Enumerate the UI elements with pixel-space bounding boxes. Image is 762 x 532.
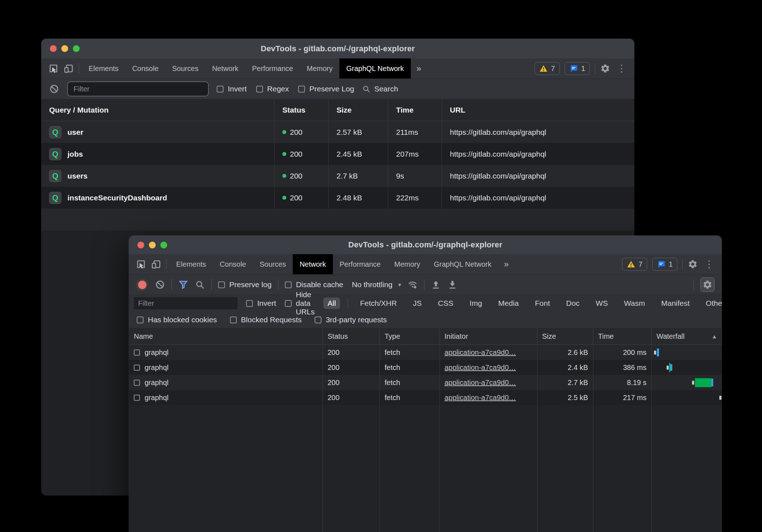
device-toolbar-icon[interactable] (64, 63, 74, 73)
preserve-log-checkbox[interactable]: Preserve Log (298, 85, 354, 93)
clear-icon[interactable] (155, 280, 165, 290)
close-button[interactable] (137, 242, 144, 248)
has-blocked-cookies-checkbox[interactable]: Has blocked cookies (137, 315, 217, 324)
issues-badge[interactable]: 1 (652, 258, 677, 271)
type-filter-fetch-xhr[interactable]: Fetch/XHR (356, 298, 401, 309)
settings-gear-icon[interactable] (600, 63, 610, 73)
graphql-row-jobs[interactable]: Qjobs2002.45 kB207mshttps://gitlab.com/a… (41, 143, 634, 165)
type-filter-manifest[interactable]: Manifest (657, 298, 694, 309)
checkbox[interactable] (137, 317, 144, 323)
export-har-icon[interactable] (447, 280, 457, 290)
more-tabs-icon[interactable]: » (411, 58, 427, 79)
disable-cache-checkbox[interactable]: Disable cache (285, 280, 343, 289)
3rd-party-requests-checkbox[interactable]: 3rd-party requests (315, 315, 387, 324)
import-har-icon[interactable] (431, 280, 441, 290)
graphql-row-users[interactable]: Qusers2002.7 kB9shttps://gitlab.com/api/… (41, 165, 634, 187)
network-request-row[interactable]: graphql200fetchapplication-a7ca9d0…2.7 k… (129, 375, 722, 390)
initiator-link[interactable]: application-a7ca9d0… (445, 364, 516, 372)
type-filter-js[interactable]: JS (409, 298, 426, 309)
type-filter-img[interactable]: Img (465, 298, 486, 309)
inspect-icon[interactable] (136, 259, 146, 269)
type-filter-wasm[interactable]: Wasm (620, 298, 649, 309)
initiator-link[interactable]: application-a7ca9d0… (445, 379, 516, 387)
checkbox[interactable] (218, 281, 225, 288)
type-filter-media[interactable]: Media (494, 298, 523, 309)
column-header-status[interactable]: Status (323, 328, 380, 345)
invert-checkbox[interactable]: Invert (246, 299, 276, 308)
column-header-time[interactable]: Time (388, 99, 442, 121)
network-settings-gear-icon[interactable] (700, 277, 715, 292)
tab-elements[interactable]: Elements (82, 58, 125, 79)
type-filter-css[interactable]: CSS (434, 298, 458, 309)
filter-input[interactable] (134, 297, 237, 309)
graphql-row-instanceSecurityDashboard[interactable]: QinstanceSecurityDashboard2002.48 kB222m… (41, 187, 634, 209)
column-header-initiator[interactable]: Initiator (440, 328, 537, 345)
filter-funnel-icon[interactable] (178, 280, 188, 290)
checkbox[interactable] (285, 300, 292, 307)
inspect-icon[interactable] (48, 63, 58, 73)
issues-badge[interactable]: 1 (565, 62, 590, 75)
network-conditions-icon[interactable] (408, 280, 418, 290)
column-header-size[interactable]: Size (537, 328, 593, 345)
minimize-button[interactable] (149, 242, 156, 248)
tab-memory[interactable]: Memory (387, 254, 427, 274)
checkbox[interactable] (230, 317, 237, 323)
column-header-size[interactable]: Size (329, 99, 388, 121)
warnings-badge[interactable]: 7 (535, 62, 560, 75)
type-filter-font[interactable]: Font (531, 298, 554, 309)
initiator-link[interactable]: application-a7ca9d0… (445, 348, 516, 357)
throttling-dropdown[interactable]: No throttling ▾ (352, 280, 401, 289)
checkbox[interactable] (256, 86, 263, 92)
initiator-link[interactable]: application-a7ca9d0… (445, 394, 516, 402)
close-button[interactable] (50, 45, 57, 52)
checkbox[interactable] (217, 86, 224, 92)
invert-checkbox[interactable]: Invert (217, 85, 247, 93)
kebab-menu-icon[interactable]: ⋮ (615, 63, 628, 74)
tab-performance[interactable]: Performance (333, 254, 388, 274)
column-header-query-mutation[interactable]: Query / Mutation (41, 99, 274, 121)
tab-sources[interactable]: Sources (165, 58, 205, 79)
minimize-button[interactable] (61, 45, 68, 52)
clear-icon[interactable] (49, 84, 59, 94)
column-header-type[interactable]: Type (380, 328, 440, 345)
type-filter-doc[interactable]: Doc (562, 298, 584, 309)
type-filter-ws[interactable]: WS (591, 298, 612, 309)
tab-console[interactable]: Console (213, 254, 253, 274)
hide-data-urls-checkbox[interactable]: Hide data URLs (285, 290, 315, 316)
graphql-row-user[interactable]: Quser2002.57 kB211mshttps://gitlab.com/a… (41, 121, 634, 143)
warnings-badge[interactable]: 7 (622, 258, 647, 271)
tab-sources[interactable]: Sources (253, 254, 293, 274)
filter-input[interactable] (67, 81, 209, 96)
zoom-button[interactable] (160, 242, 167, 248)
row-checkbox[interactable] (134, 350, 140, 356)
tab-memory[interactable]: Memory (300, 58, 339, 79)
column-header-time[interactable]: Time (593, 328, 652, 345)
search-icon[interactable] (195, 280, 205, 290)
tab-graphql-network[interactable]: GraphQL Network (427, 254, 498, 274)
more-tabs-icon[interactable]: » (498, 254, 514, 274)
record-button[interactable] (138, 281, 146, 289)
tab-network[interactable]: Network (205, 58, 245, 79)
network-request-row[interactable]: graphql200fetchapplication-a7ca9d0…2.5 k… (129, 390, 722, 405)
tab-graphql-network[interactable]: GraphQL Network (339, 58, 410, 79)
checkbox[interactable] (315, 317, 321, 323)
network-request-row[interactable]: graphql200fetchapplication-a7ca9d0…2.4 k… (129, 360, 722, 375)
checkbox[interactable] (285, 281, 292, 288)
blocked-requests-checkbox[interactable]: Blocked Requests (230, 315, 302, 324)
tab-console[interactable]: Console (125, 58, 165, 79)
settings-gear-icon[interactable] (688, 259, 698, 269)
column-header-status[interactable]: Status (274, 99, 329, 121)
checkbox[interactable] (246, 300, 253, 307)
column-header-name[interactable]: Name (129, 328, 323, 345)
row-checkbox[interactable] (134, 395, 140, 401)
checkbox[interactable] (298, 86, 305, 92)
tab-performance[interactable]: Performance (245, 58, 300, 79)
regex-checkbox[interactable]: Regex (256, 85, 289, 93)
column-header-url[interactable]: URL (442, 99, 634, 121)
zoom-button[interactable] (73, 45, 80, 52)
row-checkbox[interactable] (134, 380, 140, 386)
tab-network[interactable]: Network (293, 254, 333, 274)
type-filter-other[interactable]: Other (701, 298, 722, 309)
preserve-log-checkbox[interactable]: Preserve log (218, 280, 272, 289)
search-control[interactable]: Search (362, 85, 398, 93)
